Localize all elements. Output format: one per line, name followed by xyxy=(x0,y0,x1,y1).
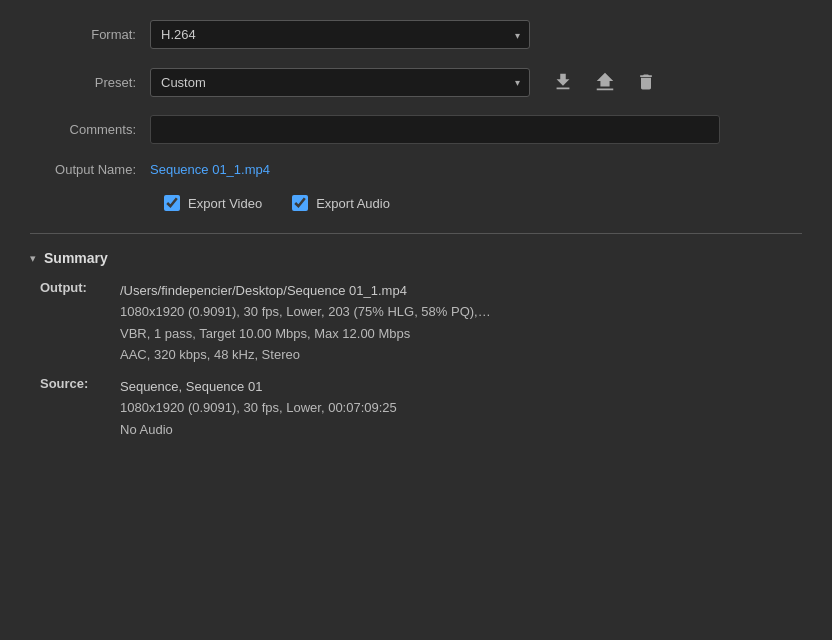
save-preset-button[interactable] xyxy=(546,67,580,97)
preset-row: Preset: Custom Match Source - High Bitra… xyxy=(30,67,802,97)
preset-icons-group xyxy=(546,67,662,97)
preset-select[interactable]: Custom Match Source - High Bitrate Match… xyxy=(150,68,530,97)
output-name-link[interactable]: Sequence 01_1.mp4 xyxy=(150,162,270,177)
summary-output-line4: AAC, 320 kbps, 48 kHz, Stereo xyxy=(120,344,491,365)
export-audio-label: Export Audio xyxy=(316,196,390,211)
import-preset-button[interactable] xyxy=(588,67,622,97)
summary-content: Output: /Users/findepencier/Desktop/Sequ… xyxy=(30,280,802,440)
export-audio-checkbox[interactable] xyxy=(292,195,308,211)
checkboxes-row: Export Video Export Audio xyxy=(164,195,802,211)
save-icon xyxy=(552,71,574,93)
format-label: Format: xyxy=(30,27,150,42)
trash-icon xyxy=(636,71,656,93)
format-select[interactable]: H.264 H.265 ProRes xyxy=(150,20,530,49)
import-icon xyxy=(594,71,616,93)
summary-section: ▾ Summary Output: /Users/findepencier/De… xyxy=(30,250,802,440)
summary-output-line2: 1080x1920 (0.9091), 30 fps, Lower, 203 (… xyxy=(120,301,491,322)
summary-output-path: /Users/findepencier/Desktop/Sequence 01_… xyxy=(120,280,491,301)
comments-row: Comments: xyxy=(30,115,802,144)
delete-preset-button[interactable] xyxy=(630,67,662,97)
output-name-row: Output Name: Sequence 01_1.mp4 xyxy=(30,162,802,177)
format-control-area: H.264 H.265 ProRes ▾ xyxy=(150,20,802,49)
comments-input[interactable] xyxy=(150,115,720,144)
export-audio-checkbox-item[interactable]: Export Audio xyxy=(292,195,390,211)
summary-output-row: Output: /Users/findepencier/Desktop/Sequ… xyxy=(40,280,802,366)
summary-source-key: Source: xyxy=(40,376,120,391)
summary-divider xyxy=(30,233,802,234)
preset-label: Preset: xyxy=(30,75,150,90)
summary-source-values: Sequence, Sequence 01 1080x1920 (0.9091)… xyxy=(120,376,397,440)
format-dropdown-wrapper: H.264 H.265 ProRes ▾ xyxy=(150,20,530,49)
summary-output-line3: VBR, 1 pass, Target 10.00 Mbps, Max 12.0… xyxy=(120,323,491,344)
summary-source-row: Source: Sequence, Sequence 01 1080x1920 … xyxy=(40,376,802,440)
summary-title: Summary xyxy=(44,250,108,266)
comments-label: Comments: xyxy=(30,122,150,137)
output-name-label: Output Name: xyxy=(30,162,150,177)
summary-source-line2: 1080x1920 (0.9091), 30 fps, Lower, 00:07… xyxy=(120,397,397,418)
preset-control-area: Custom Match Source - High Bitrate Match… xyxy=(150,67,802,97)
export-video-checkbox-item[interactable]: Export Video xyxy=(164,195,262,211)
summary-toggle-icon: ▾ xyxy=(30,252,36,265)
output-name-control-area: Sequence 01_1.mp4 xyxy=(150,162,802,177)
format-row: Format: H.264 H.265 ProRes ▾ xyxy=(30,20,802,49)
preset-dropdown-wrapper: Custom Match Source - High Bitrate Match… xyxy=(150,68,530,97)
summary-output-values: /Users/findepencier/Desktop/Sequence 01_… xyxy=(120,280,491,366)
export-video-label: Export Video xyxy=(188,196,262,211)
summary-output-key: Output: xyxy=(40,280,120,295)
summary-source-line3: No Audio xyxy=(120,419,397,440)
comments-control-area xyxy=(150,115,802,144)
summary-header[interactable]: ▾ Summary xyxy=(30,250,802,266)
summary-source-line1: Sequence, Sequence 01 xyxy=(120,376,397,397)
export-video-checkbox[interactable] xyxy=(164,195,180,211)
